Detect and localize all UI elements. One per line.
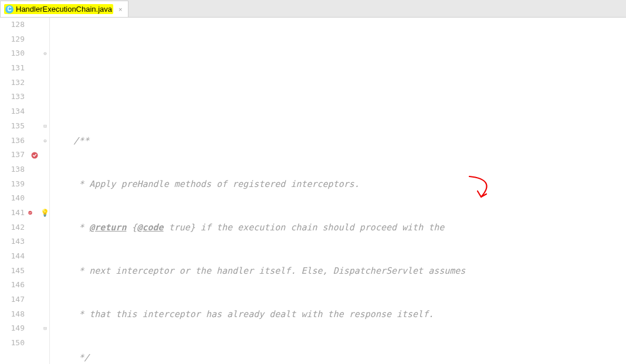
fold-cell[interactable]: [41, 177, 49, 192]
line-number: 144: [0, 249, 25, 264]
code-line[interactable]: * Apply preHandle methods of registered …: [50, 177, 626, 192]
code-line[interactable]: [50, 46, 626, 61]
gutter-cell[interactable]: [28, 307, 41, 322]
fold-cell[interactable]: [41, 278, 49, 292]
fold-cell[interactable]: [41, 61, 49, 76]
line-number: 138: [0, 162, 25, 177]
fold-cell[interactable]: [41, 18, 49, 32]
line-number: 142: [0, 220, 25, 235]
line-number: 140: [0, 191, 25, 206]
line-number: 137: [0, 148, 25, 162]
line-number: 141: [0, 206, 25, 220]
gutter-cell[interactable]: [28, 191, 41, 206]
fold-cell[interactable]: ⊟: [41, 119, 49, 134]
gutter-cell[interactable]: [28, 264, 41, 278]
gutter-cell[interactable]: [28, 321, 41, 336]
close-icon[interactable]: ×: [119, 6, 122, 13]
fold-cell[interactable]: [41, 148, 49, 162]
line-number: 130: [0, 46, 25, 61]
fold-cell[interactable]: [41, 336, 49, 351]
fold-cell[interactable]: [41, 104, 49, 119]
gutter-cell[interactable]: [28, 104, 41, 119]
code-line[interactable]: * next interceptor or the handler itself…: [50, 264, 626, 278]
fold-cell[interactable]: ⊟: [41, 321, 49, 336]
gutter-cell[interactable]: [28, 234, 41, 249]
line-number: 149: [0, 321, 25, 336]
line-number: 143: [0, 234, 25, 249]
gutter-cell[interactable]: [28, 278, 41, 292]
gutter-cell[interactable]: [28, 119, 41, 134]
code-editor[interactable]: 1281291301311321331341351361371381391401…: [0, 18, 626, 364]
line-number: 136: [0, 134, 25, 148]
java-class-icon: C: [5, 5, 13, 13]
code-line[interactable]: [50, 90, 626, 105]
line-number: 133: [0, 90, 25, 104]
line-number: 145: [0, 264, 25, 278]
intention-bulb-icon[interactable]: 💡: [40, 206, 49, 220]
file-tab[interactable]: C HandlerExecutionChain.java ×: [0, 1, 128, 17]
code-area[interactable]: /** * Apply preHandle methods of registe…: [50, 18, 626, 364]
breakpoint-gutter[interactable]: 💡: [28, 18, 41, 364]
fold-cell[interactable]: [41, 191, 49, 206]
line-number: 148: [0, 307, 25, 322]
code-line[interactable]: * @return {@code true} if the execution …: [50, 220, 626, 235]
fold-cell[interactable]: [41, 76, 49, 90]
line-number: 132: [0, 76, 25, 90]
line-number: 147: [0, 292, 25, 307]
line-number: 129: [0, 32, 25, 47]
code-line[interactable]: */: [50, 351, 626, 364]
line-number: 134: [0, 104, 25, 119]
fold-cell[interactable]: ⊖: [41, 134, 49, 148]
breakpoint-icon[interactable]: 💡: [28, 206, 41, 220]
gutter-cell[interactable]: [28, 162, 41, 177]
fold-cell[interactable]: [41, 307, 49, 322]
breakpoint-icon[interactable]: [28, 148, 41, 162]
gutter-cell[interactable]: [28, 249, 41, 264]
code-line[interactable]: /**: [50, 134, 626, 148]
line-number-gutter: 1281291301311321331341351361371381391401…: [0, 18, 28, 364]
fold-cell[interactable]: ⊖: [41, 46, 49, 61]
gutter-cell[interactable]: [28, 46, 41, 61]
fold-cell[interactable]: [41, 264, 49, 278]
line-number: 135: [0, 119, 25, 134]
gutter-cell[interactable]: [28, 18, 41, 32]
line-number: 128: [0, 18, 25, 32]
fold-gutter[interactable]: ⊖⊟⊖⊟: [41, 18, 50, 364]
tab-bar: C HandlerExecutionChain.java ×: [0, 0, 626, 18]
fold-cell[interactable]: [41, 249, 49, 264]
code-line[interactable]: * that this interceptor has already deal…: [50, 307, 626, 322]
line-number: 131: [0, 61, 25, 76]
gutter-cell[interactable]: [28, 76, 41, 90]
line-number: 139: [0, 177, 25, 192]
gutter-cell[interactable]: [28, 177, 41, 192]
line-number: 150: [0, 336, 25, 351]
fold-cell[interactable]: [41, 234, 49, 249]
gutter-cell[interactable]: [28, 134, 41, 148]
gutter-cell[interactable]: [28, 90, 41, 104]
gutter-cell[interactable]: [28, 61, 41, 76]
fold-cell[interactable]: [41, 220, 49, 235]
fold-cell[interactable]: [41, 32, 49, 47]
tab-filename: HandlerExecutionChain.java: [16, 5, 112, 13]
gutter-cell[interactable]: [28, 336, 41, 351]
line-number: 146: [0, 278, 25, 292]
gutter-cell[interactable]: [28, 292, 41, 307]
fold-cell[interactable]: [41, 292, 49, 307]
gutter-cell[interactable]: [28, 32, 41, 47]
gutter-cell[interactable]: [28, 220, 41, 235]
fold-cell[interactable]: [41, 90, 49, 104]
fold-cell[interactable]: [41, 162, 49, 177]
